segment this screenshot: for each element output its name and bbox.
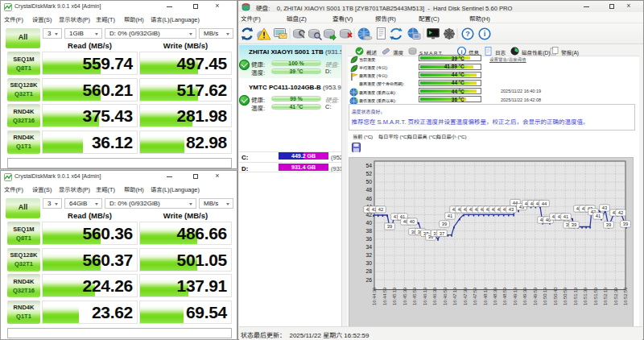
- svg-text:16:48:39: 16:48:39: [493, 287, 497, 305]
- svg-text:16:52:39: 16:52:39: [613, 287, 618, 305]
- svg-text:28: 28: [365, 268, 372, 274]
- svg-text:16:44:39: 16:44:39: [372, 287, 377, 305]
- svg-text:39: 39: [442, 222, 447, 226]
- svg-text:16:47:19: 16:47:19: [452, 287, 457, 305]
- svg-text:16:52:59: 16:52:59: [623, 287, 628, 305]
- svg-text:37: 37: [440, 231, 444, 236]
- svg-text:52: 52: [365, 171, 372, 176]
- svg-text:16:47:39: 16:47:39: [463, 287, 468, 305]
- svg-text:44: 44: [542, 201, 547, 206]
- svg-text:16:51:59: 16:51:59: [593, 287, 598, 305]
- svg-text:16:49:59: 16:49:59: [533, 287, 538, 305]
- svg-text:46: 46: [365, 196, 372, 201]
- svg-text:54: 54: [365, 163, 372, 168]
- svg-text:42: 42: [378, 207, 383, 212]
- svg-text:16:51:39: 16:51:39: [583, 287, 588, 305]
- svg-text:43: 43: [509, 207, 514, 212]
- svg-text:48: 48: [365, 187, 372, 193]
- svg-text:34: 34: [365, 244, 372, 250]
- svg-text:16:44:59: 16:44:59: [382, 287, 387, 305]
- svg-text:40: 40: [365, 220, 372, 226]
- svg-text:39: 39: [387, 224, 392, 229]
- svg-text:41: 41: [564, 214, 568, 219]
- svg-text:16:48:59: 16:48:59: [502, 287, 507, 305]
- svg-text:16:50:40: 16:50:40: [553, 287, 558, 305]
- svg-text:?: ?: [465, 29, 470, 38]
- svg-text:16:45:19: 16:45:19: [392, 287, 397, 305]
- svg-text:16:50:19: 16:50:19: [543, 287, 547, 305]
- svg-text:16:52:19: 16:52:19: [603, 287, 608, 305]
- svg-text:36: 36: [365, 236, 372, 242]
- svg-text:40: 40: [410, 219, 415, 224]
- svg-text:16:49:39: 16:49:39: [522, 287, 527, 305]
- svg-text:16:45:39: 16:45:39: [402, 287, 407, 305]
- svg-text:16:47:59: 16:47:59: [473, 287, 477, 305]
- svg-text:32: 32: [365, 252, 372, 258]
- svg-text:39: 39: [623, 222, 628, 226]
- svg-text:42: 42: [618, 210, 623, 215]
- svg-text:16:49:19: 16:49:19: [513, 287, 518, 305]
- svg-text:i: i: [484, 29, 486, 38]
- svg-text:41: 41: [596, 214, 601, 218]
- svg-text:16:46:39: 16:46:39: [432, 287, 437, 305]
- svg-text:39: 39: [606, 222, 611, 227]
- svg-text:39: 39: [572, 222, 576, 227]
- svg-text:16:46:59: 16:46:59: [443, 287, 448, 305]
- svg-text:16:50:59: 16:50:59: [563, 287, 568, 305]
- svg-text:30: 30: [365, 260, 372, 266]
- svg-text:16:48:19: 16:48:19: [483, 287, 488, 305]
- svg-text:16:46:19: 16:46:19: [423, 287, 427, 305]
- svg-text:26: 26: [365, 277, 372, 283]
- svg-text:43: 43: [602, 205, 607, 210]
- svg-text:50: 50: [365, 179, 372, 185]
- svg-text:i: i: [460, 48, 462, 56]
- svg-text:38: 38: [365, 228, 372, 234]
- svg-text:16:51:19: 16:51:19: [573, 287, 578, 305]
- svg-text:41: 41: [448, 214, 452, 218]
- svg-text:16:45:59: 16:45:59: [412, 287, 417, 305]
